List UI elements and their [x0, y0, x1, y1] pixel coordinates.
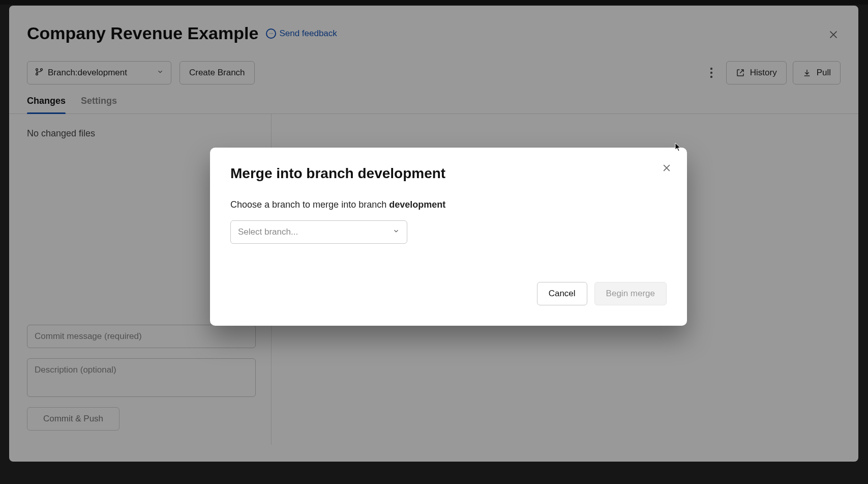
- chevron-down-icon: [393, 227, 400, 237]
- merge-branch-placeholder: Select branch...: [238, 227, 298, 237]
- merge-modal: Merge into branch development Choose a b…: [210, 148, 687, 326]
- close-icon: [662, 163, 672, 173]
- app-window: Company Revenue Example ··· Send feedbac…: [0, 0, 868, 484]
- modal-actions: Cancel Begin merge: [230, 282, 667, 305]
- modal-close-button[interactable]: [660, 161, 673, 175]
- begin-merge-button[interactable]: Begin merge: [594, 282, 667, 305]
- cancel-button[interactable]: Cancel: [537, 282, 587, 305]
- modal-desc-text: Choose a branch to merge into branch: [230, 200, 389, 210]
- merge-branch-select[interactable]: Select branch...: [230, 220, 407, 244]
- mouse-cursor: [675, 143, 682, 152]
- modal-title: Merge into branch development: [230, 165, 667, 182]
- modal-description: Choose a branch to merge into branch dev…: [230, 200, 667, 210]
- modal-desc-branch: development: [389, 200, 445, 210]
